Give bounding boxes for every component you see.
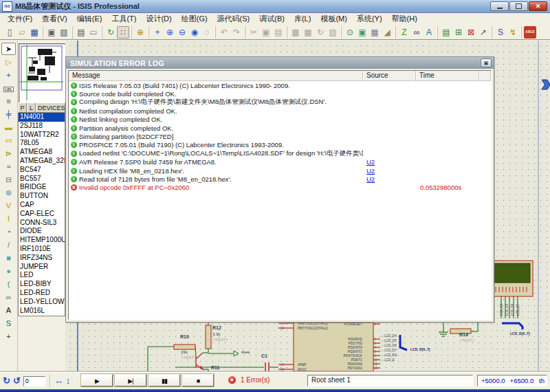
new-sheet-icon[interactable]: ⊞ bbox=[452, 26, 465, 39]
device-item[interactable]: BC557 bbox=[19, 175, 65, 184]
log-row[interactable]: iSource code build completed OK. bbox=[69, 89, 491, 98]
flip-vertical-button[interactable]: ↕ bbox=[66, 375, 71, 386]
component-ref[interactable]: R11 bbox=[211, 365, 219, 370]
toggle-grid-icon[interactable]: ∷ bbox=[117, 26, 129, 39]
device-item[interactable]: LED bbox=[19, 271, 65, 280]
buses-mode-icon[interactable]: ╪ bbox=[1, 108, 16, 120]
component-ref[interactable]: R12 bbox=[212, 325, 221, 330]
menu-item-11[interactable]: 帮助(H) bbox=[387, 13, 422, 25]
voltage-probe-mode-icon[interactable]: V bbox=[1, 199, 16, 212]
redraw-icon[interactable]: ↻ bbox=[104, 26, 117, 39]
2d-arc-mode-icon[interactable]: ( bbox=[1, 278, 16, 290]
menu-item-5[interactable]: 绘图(G) bbox=[177, 13, 212, 25]
device-item[interactable]: IRFZ34NS bbox=[19, 254, 65, 263]
2d-line-mode-icon[interactable]: / bbox=[1, 239, 16, 251]
menu-item-3[interactable]: 工具(T) bbox=[107, 13, 141, 25]
graph-mode-icon[interactable]: ≈ bbox=[1, 160, 16, 173]
log-row[interactable]: iNetlist linking completed OK. bbox=[69, 116, 491, 124]
zoom-in-icon[interactable]: ⊕ bbox=[164, 26, 176, 39]
menu-item-8[interactable]: 库(L) bbox=[289, 13, 316, 25]
zoom-all-icon[interactable]: ◉ bbox=[188, 26, 201, 39]
bus-label[interactable]: LCD_D[4..7] bbox=[510, 331, 529, 336]
device-item[interactable]: LED-YELLOW bbox=[19, 298, 65, 307]
menu-item-0[interactable]: 文件(F) bbox=[3, 13, 37, 25]
pick-button[interactable]: P bbox=[18, 102, 27, 113]
electrical-check-icon[interactable]: ↯ bbox=[507, 26, 519, 39]
maximize-button[interactable] bbox=[509, 1, 528, 11]
net-label[interactable]: ▷LCD_D6 bbox=[382, 343, 397, 348]
property-assignment-icon[interactable]: A bbox=[423, 26, 435, 39]
virtual-instruments-mode-icon[interactable]: ◔ bbox=[1, 226, 16, 238]
device-item[interactable]: ATMEGA8 bbox=[19, 148, 65, 157]
text-script-mode-icon[interactable]: ≡ bbox=[1, 95, 16, 107]
pan-view-icon[interactable]: + bbox=[151, 26, 164, 39]
selection-mode-icon[interactable]: ➤ bbox=[1, 43, 16, 55]
log-row[interactable]: iLoading HEX file 'M8_en_0218.hex'.U2 bbox=[69, 166, 491, 175]
library-button[interactable]: L bbox=[27, 102, 36, 113]
pick-device-icon[interactable]: ⊙ bbox=[344, 26, 356, 39]
device-item[interactable]: CONN-SIL3 bbox=[19, 219, 65, 228]
menu-item-7[interactable]: 调试(B) bbox=[254, 13, 289, 25]
menu-item-9[interactable]: 模板(M) bbox=[316, 13, 352, 25]
mark-output-area-icon[interactable]: ▭ bbox=[87, 26, 100, 39]
remove-sheet-icon[interactable]: ⊠ bbox=[465, 26, 477, 39]
net-label[interactable]: Ares bbox=[241, 350, 250, 354]
rotate-clockwise-button[interactable]: ↻ bbox=[3, 375, 10, 386]
dialog-restore-button[interactable]: ▣ bbox=[481, 58, 492, 67]
log-source[interactable]: U2 bbox=[363, 167, 416, 175]
device-item[interactable]: 10WATT2R2 bbox=[19, 131, 65, 140]
device-item[interactable]: DIODE bbox=[19, 227, 65, 236]
net-label[interactable]: ▷LCD_D7 bbox=[382, 348, 397, 353]
minimize-button[interactable] bbox=[490, 1, 509, 11]
tape-recorder-mode-icon[interactable]: ⊟ bbox=[1, 173, 16, 186]
stop-button[interactable]: ■ bbox=[182, 374, 214, 386]
junction-dot-mode-icon[interactable]: + bbox=[1, 69, 16, 81]
device-item[interactable]: BC547 bbox=[19, 166, 65, 175]
current-probe-mode-icon[interactable]: I bbox=[1, 213, 16, 225]
log-row[interactable]: iCompiling design 'H:\电子硬件类\新建文件夹\M8晶体管测… bbox=[69, 98, 491, 107]
search-tag-icon[interactable]: ∞ bbox=[410, 26, 423, 39]
device-item[interactable]: CAP-ELEC bbox=[19, 210, 65, 219]
column-header-message[interactable]: Message bbox=[69, 71, 363, 80]
zoom-area-icon[interactable]: ◌ bbox=[201, 26, 213, 39]
2d-symbols-mode-icon[interactable]: S bbox=[1, 317, 16, 329]
device-item[interactable]: LM016L bbox=[19, 307, 65, 316]
device-item[interactable]: BRIDGE bbox=[19, 183, 65, 192]
log-row[interactable]: iISIS Release 7.05.03 (Build 7401) (C) L… bbox=[69, 81, 491, 89]
rotate-anticlockwise-button[interactable]: ↺ bbox=[13, 375, 21, 386]
log-row[interactable]: iPartition analysis completed OK. bbox=[69, 124, 491, 132]
open-file-icon[interactable]: ▱ bbox=[16, 26, 28, 39]
save-file-icon[interactable]: ▦ bbox=[28, 26, 41, 39]
export-section-icon[interactable]: ▨ bbox=[58, 26, 70, 39]
device-pins-mode-icon[interactable]: ⊳ bbox=[1, 147, 16, 160]
2d-text-mode-icon[interactable]: A bbox=[1, 304, 16, 316]
device-item[interactable]: 78L05 bbox=[19, 139, 65, 148]
log-row[interactable]: iPROSPICE 7.05.01 (Build 7190) (C) Labce… bbox=[69, 141, 491, 149]
menu-item-10[interactable]: 系统(Y) bbox=[352, 13, 387, 25]
log-row[interactable]: iLoaded netlist 'C:\DOCUME~1\Rong\LOCALS… bbox=[69, 149, 491, 157]
log-source[interactable]: U2 bbox=[363, 175, 416, 183]
device-item[interactable]: ATMEGA8_32PIN bbox=[19, 157, 65, 166]
component-ref[interactable]: R14 bbox=[459, 332, 468, 337]
menu-item-6[interactable]: 源代码(S) bbox=[212, 13, 255, 25]
net-label[interactable]: ▷LCD_RS bbox=[382, 353, 397, 358]
column-header-time[interactable]: Time bbox=[416, 71, 479, 80]
log-row[interactable]: iNetlist compilation completed OK. bbox=[69, 107, 491, 115]
play-button[interactable]: ▶ bbox=[81, 374, 113, 386]
menu-item-4[interactable]: 设计(D) bbox=[141, 13, 176, 25]
design-explorer-icon[interactable]: ▤ bbox=[440, 26, 452, 39]
print-icon[interactable]: ▤ bbox=[75, 26, 87, 39]
menu-item-2[interactable]: 编辑(E) bbox=[72, 13, 107, 25]
log-row[interactable]: iAVR Release 7.5SP0 build 7459 for ATMEG… bbox=[69, 158, 491, 166]
generator-mode-icon[interactable]: ⊚ bbox=[1, 186, 16, 199]
device-item[interactable]: BUTTON bbox=[19, 192, 65, 201]
device-item[interactable]: 2SJ118 bbox=[19, 122, 65, 131]
device-item[interactable]: LED-BIBY bbox=[19, 280, 65, 289]
2d-circle-mode-icon[interactable]: ● bbox=[1, 265, 16, 277]
make-device-icon[interactable]: ▣ bbox=[356, 26, 368, 39]
terminals-mode-icon[interactable]: ▭ bbox=[1, 134, 16, 146]
step-button[interactable]: ▶| bbox=[115, 374, 146, 386]
rotation-angle-input[interactable] bbox=[23, 376, 45, 386]
device-item[interactable]: 1N4001 bbox=[19, 113, 65, 122]
net-label[interactable]: ▷LCD_E bbox=[382, 358, 397, 362]
